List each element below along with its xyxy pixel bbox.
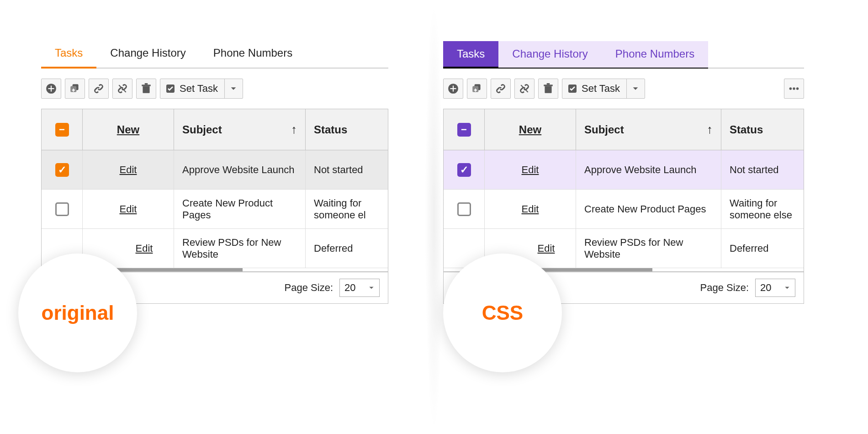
tab-label: Phone Numbers xyxy=(213,47,292,59)
more-button[interactable] xyxy=(784,79,804,99)
header-subject-label: Subject xyxy=(584,123,624,136)
table-row: Edit Create New Product Pages Waiting fo… xyxy=(444,190,804,229)
page-size-select[interactable]: 20 xyxy=(755,279,795,297)
tab-phone-numbers[interactable]: Phone Numbers xyxy=(200,41,306,68)
page-size-label: Page Size: xyxy=(700,282,749,294)
add-button[interactable] xyxy=(443,79,463,99)
set-task-main[interactable]: Set Task xyxy=(562,79,626,98)
cell-status: Deferred xyxy=(721,229,804,268)
tab-tasks[interactable]: Tasks xyxy=(41,41,96,69)
set-task-label: Set Task xyxy=(180,83,218,95)
header-status-cell[interactable]: Status xyxy=(306,109,388,150)
chevron-down-icon xyxy=(784,285,790,291)
header-action-cell[interactable]: New xyxy=(485,109,576,150)
check-icon: ✓ xyxy=(58,165,66,175)
cell-subject: Create New Product Pages xyxy=(576,190,721,229)
cell-status: Not started xyxy=(306,150,388,190)
chevron-down-icon xyxy=(230,85,237,92)
tab-change-history[interactable]: Change History xyxy=(498,41,601,69)
tab-label: Change History xyxy=(110,47,185,59)
cell-status: Deferred xyxy=(306,229,388,268)
panel-divider xyxy=(425,0,443,434)
add-button[interactable] xyxy=(41,79,61,99)
task-check-icon xyxy=(567,83,578,94)
row-checkbox[interactable] xyxy=(457,202,471,216)
edit-link[interactable]: Edit xyxy=(522,164,539,176)
data-grid: − New Subject ↑ Status ✓ Edit Approve We… xyxy=(41,109,388,272)
delete-button[interactable] xyxy=(136,79,156,99)
header-status-cell[interactable]: Status xyxy=(721,109,804,150)
set-task-main[interactable]: Set Task xyxy=(160,79,224,98)
page-size-label: Page Size: xyxy=(285,282,333,294)
chevron-down-icon xyxy=(632,85,639,92)
trash-icon xyxy=(542,83,554,95)
cell-subject: Approve Website Launch xyxy=(174,150,306,190)
edit-link[interactable]: Edit xyxy=(538,243,555,254)
toolbar: Set Task xyxy=(41,79,388,99)
new-link[interactable]: New xyxy=(519,123,541,136)
set-task-dropdown[interactable] xyxy=(224,79,243,98)
tab-label: Tasks xyxy=(457,48,485,60)
edit-link[interactable]: Edit xyxy=(120,164,137,176)
header-status-label: Status xyxy=(314,123,347,136)
header-status-label: Status xyxy=(730,123,763,136)
tab-phone-numbers[interactable]: Phone Numbers xyxy=(602,41,708,69)
header-action-cell[interactable]: New xyxy=(83,109,174,150)
cell-subject: Review PSDs for New Website xyxy=(576,229,721,268)
page-size-select[interactable]: 20 xyxy=(339,279,380,297)
indeterminate-icon: − xyxy=(59,125,65,135)
cell-status: Waiting for someone else xyxy=(721,190,804,229)
clone-button[interactable] xyxy=(467,79,487,99)
page-size-value: 20 xyxy=(760,282,771,294)
select-all-checkbox[interactable]: − xyxy=(55,123,69,137)
header-subject-label: Subject xyxy=(182,123,222,136)
unlink-button[interactable] xyxy=(112,79,132,99)
unlink-button[interactable] xyxy=(514,79,535,99)
delete-button[interactable] xyxy=(538,79,558,99)
data-grid: − New Subject ↑ Status ✓ Edit Approve We… xyxy=(443,109,804,272)
clone-button[interactable] xyxy=(65,79,85,99)
table-row: ✓ Edit Approve Website Launch Not starte… xyxy=(444,150,804,190)
plus-circle-icon xyxy=(447,83,459,95)
row-checkbox[interactable] xyxy=(55,202,69,216)
header-checkbox-cell[interactable]: − xyxy=(42,109,83,150)
set-task-dropdown[interactable] xyxy=(626,79,645,98)
cell-status: Waiting for someone el xyxy=(306,190,388,229)
tab-bar: Tasks Change History Phone Numbers xyxy=(443,41,804,69)
trash-icon xyxy=(140,83,152,95)
task-check-icon xyxy=(165,83,176,94)
cell-subject: Create New Product Pages xyxy=(174,190,306,229)
duplicate-icon xyxy=(69,83,81,95)
dots-icon xyxy=(788,83,800,95)
row-checkbox[interactable]: ✓ xyxy=(457,163,471,177)
edit-link[interactable]: Edit xyxy=(522,203,539,215)
duplicate-icon xyxy=(471,83,483,95)
row-checkbox[interactable]: ✓ xyxy=(55,163,69,177)
sort-asc-icon: ↑ xyxy=(707,122,713,137)
tab-change-history[interactable]: Change History xyxy=(96,41,199,68)
select-all-checkbox[interactable]: − xyxy=(457,123,471,137)
plus-circle-icon xyxy=(45,83,57,95)
cell-subject: Approve Website Launch xyxy=(576,150,721,190)
set-task-button: Set Task xyxy=(562,79,645,99)
cell-subject: Review PSDs for New Website xyxy=(174,229,306,268)
grid-header: − New Subject ↑ Status xyxy=(444,109,804,150)
link-button[interactable] xyxy=(491,79,511,99)
new-link[interactable]: New xyxy=(117,123,139,136)
link-icon xyxy=(93,83,105,95)
table-row: ✓ Edit Approve Website Launch Not starte… xyxy=(42,150,388,190)
edit-link[interactable]: Edit xyxy=(120,203,137,215)
header-subject-cell[interactable]: Subject ↑ xyxy=(576,109,721,150)
badge-label: CSS xyxy=(482,302,523,324)
edit-link[interactable]: Edit xyxy=(136,243,153,254)
page-size-value: 20 xyxy=(344,282,355,294)
indeterminate-icon: − xyxy=(461,125,467,135)
set-task-label: Set Task xyxy=(582,83,620,95)
header-checkbox-cell[interactable]: − xyxy=(444,109,485,150)
tab-tasks[interactable]: Tasks xyxy=(443,41,498,69)
cell-status: Not started xyxy=(721,150,804,190)
link-button[interactable] xyxy=(89,79,109,99)
header-subject-cell[interactable]: Subject ↑ xyxy=(174,109,306,150)
sort-asc-icon: ↑ xyxy=(291,122,297,137)
grid-header: − New Subject ↑ Status xyxy=(42,109,388,150)
